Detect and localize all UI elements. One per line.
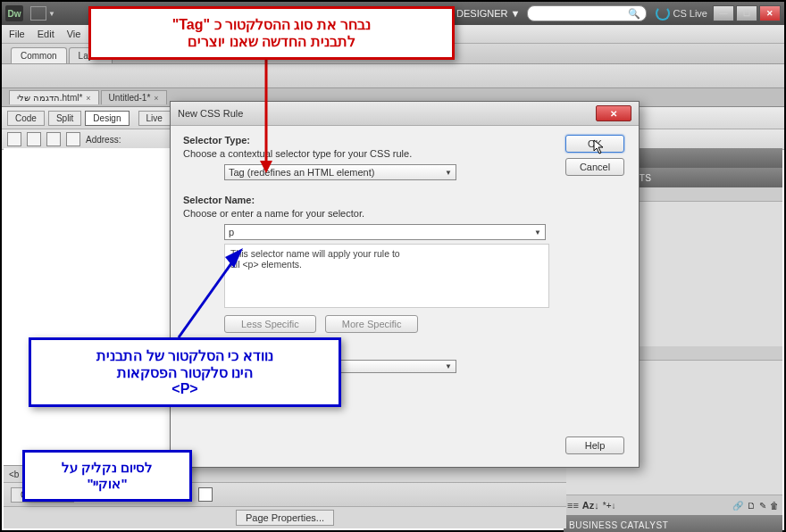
back-icon[interactable]: [7, 132, 21, 146]
cslive-label: CS Live: [673, 8, 707, 19]
css-add-icon[interactable]: ≡≡: [567, 500, 579, 511]
home-icon[interactable]: [66, 132, 80, 146]
chevron-down-icon[interactable]: ▼: [48, 10, 55, 18]
close-icon[interactable]: ×: [86, 94, 90, 103]
close-button[interactable]: ✕: [759, 5, 781, 21]
menu-view[interactable]: Vie: [67, 29, 81, 39]
design-view-button[interactable]: Design: [85, 111, 129, 126]
doc-tab-label: Untitled-1*: [109, 93, 151, 103]
search-icon: 🔍: [628, 8, 640, 20]
live-view-button[interactable]: Live: [138, 111, 171, 126]
selector-type-label: Selector Type:: [183, 135, 553, 145]
input-value: p: [229, 227, 234, 237]
tag-selector[interactable]: <b: [9, 470, 19, 479]
selector-name-label: Selector Name:: [183, 195, 553, 205]
doc-tab-2[interactable]: Untitled-1* ×: [101, 90, 167, 104]
callout-top: נבחר את סוג ההסלקטור כ "Tag" לתבנית החדש…: [88, 6, 455, 60]
arrow-red-down: [257, 57, 275, 173]
selector-type-desc: Choose a contextual selector type for yo…: [183, 148, 553, 159]
cs-live-button[interactable]: CS Live: [656, 6, 707, 21]
panel-business-catalyst[interactable]: BUSINESS CATALYST: [564, 515, 782, 532]
more-specific-button[interactable]: More Specific: [325, 315, 419, 333]
maximize-button[interactable]: ☐: [736, 5, 757, 21]
callout-text: נבחר את סוג ההסלקטור כ "Tag" לתבנית החדש…: [102, 16, 441, 50]
chevron-down-icon: ▼: [445, 362, 452, 370]
rule-icon[interactable]: *+↓: [603, 501, 616, 511]
selector-name-input[interactable]: p ▼: [224, 224, 546, 240]
tab-common[interactable]: Common: [11, 47, 67, 63]
split-view-button[interactable]: Split: [48, 111, 81, 126]
svg-marker-1: [260, 161, 272, 173]
arrow-blue-up: [175, 246, 247, 341]
code-view-button[interactable]: Code: [7, 111, 45, 126]
callout-text: לסיום נקליק על "אוקיי": [36, 460, 179, 492]
refresh-icon[interactable]: [46, 132, 61, 146]
cancel-button[interactable]: Cancel: [565, 158, 624, 176]
callout-mid: נוודא כי הסלקטור של התבנית הינו סלקטור ה…: [29, 337, 341, 407]
address-label: Address:: [86, 135, 121, 145]
svg-line-2: [179, 257, 236, 337]
svg-marker-3: [225, 248, 243, 268]
layout-icon[interactable]: [30, 6, 46, 21]
doc-tab-label: הדגמה שלי.html*: [17, 93, 82, 103]
color-swatch[interactable]: [198, 487, 213, 502]
insert-toolbar: [2, 64, 784, 88]
cslive-icon: [656, 6, 670, 21]
dropdown-value: Tag (redefines an HTML element): [229, 167, 374, 178]
selector-name-desc: Choose or enter a name for your selector…: [183, 208, 553, 219]
page-properties-button[interactable]: Page Properties...: [236, 510, 334, 526]
link-icon[interactable]: 🔗: [732, 501, 743, 511]
az-sort-icon[interactable]: Az↓: [582, 500, 599, 511]
forward-icon[interactable]: [27, 132, 41, 146]
callout-bot: לסיום נקליק על "אוקיי": [22, 450, 192, 502]
dialog-close-button[interactable]: ✕: [596, 105, 631, 121]
dialog-title: New CSS Rule: [178, 108, 243, 119]
edit-icon[interactable]: ✎: [759, 501, 766, 511]
search-input[interactable]: 🔍: [527, 5, 647, 21]
dreamweaver-logo: Dw: [5, 5, 23, 21]
chevron-down-icon: ▼: [534, 229, 541, 237]
dialog-titlebar[interactable]: New CSS Rule ✕: [171, 102, 639, 126]
callout-text: נוודא כי הסלקטור של התבנית הינו סלקטור ה…: [42, 347, 328, 397]
menu-edit[interactable]: Edit: [38, 29, 54, 39]
selector-description: This selector name will apply your rule …: [224, 244, 549, 308]
close-icon[interactable]: ×: [154, 94, 158, 103]
minimize-button[interactable]: —: [713, 5, 734, 21]
help-button[interactable]: Help: [565, 436, 624, 454]
chevron-down-icon: ▼: [445, 169, 452, 177]
new-rule-icon[interactable]: 🗋: [747, 501, 756, 511]
trash-icon[interactable]: 🗑: [770, 501, 779, 511]
doc-tab-1[interactable]: הדגמה שלי.html* ×: [9, 90, 99, 104]
menu-file[interactable]: File: [9, 29, 25, 39]
mouse-cursor-icon: [593, 139, 606, 155]
